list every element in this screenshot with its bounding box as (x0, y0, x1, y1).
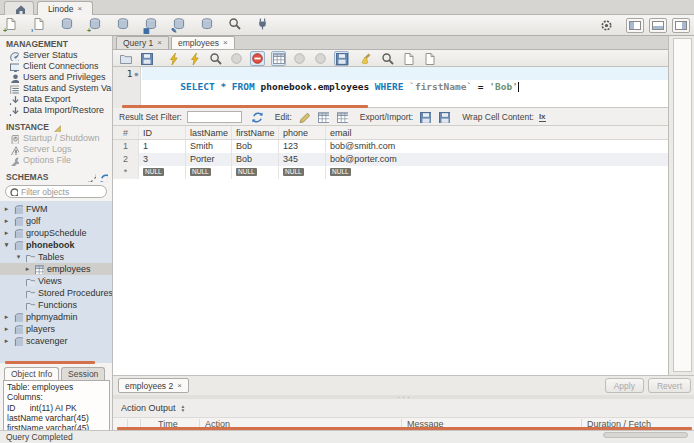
tab-object-info[interactable]: Object Info (4, 367, 59, 380)
sidebar-item-data-export[interactable]: Data Export (0, 94, 112, 105)
sidebar-item-client-connections[interactable]: Client Connections (0, 61, 112, 72)
stop-icon[interactable] (229, 51, 244, 66)
schema-item-golf[interactable]: ▸ golf (0, 215, 112, 227)
schema-item-scavenger[interactable]: ▸ scavenger (0, 335, 112, 347)
new-query-tab-icon[interactable]: + (4, 17, 21, 33)
save-icon[interactable] (139, 51, 154, 66)
schemas-refresh-icon[interactable] (99, 173, 108, 182)
schemas-expand-icon[interactable] (87, 173, 96, 182)
search-objects-icon[interactable] (228, 17, 245, 33)
tab-query-1[interactable]: Query 1 × (116, 36, 169, 49)
schema-filter-box[interactable] (5, 185, 107, 198)
cell-firstname[interactable]: Bob (232, 140, 279, 153)
cell-phone[interactable]: 123 (279, 140, 326, 153)
schema-item-phonebook[interactable]: ▾ phonebook (0, 239, 112, 251)
import-icon[interactable] (437, 110, 451, 123)
sidebar-item-server-status[interactable]: Server Status (0, 50, 112, 61)
sidebar-item-server-logs[interactable]: Server Logs (0, 144, 112, 155)
cell-email[interactable]: bob@porter.com (326, 153, 668, 166)
schema-item-fwm[interactable]: ▸ FWM (0, 203, 112, 215)
toggle-left-sidebar-button[interactable] (626, 18, 644, 33)
column-header-phone[interactable]: phone (279, 126, 326, 139)
cell-lastname[interactable]: Porter (186, 153, 232, 166)
cell-lastname[interactable]: Smith (186, 140, 232, 153)
cell-phone[interactable]: 345 (279, 153, 326, 166)
rollback-icon[interactable] (313, 51, 328, 66)
open-connection-icon[interactable] (60, 17, 77, 33)
refresh-icon[interactable] (250, 110, 264, 123)
tree-item-views[interactable]: Views (0, 275, 112, 287)
schema-item-players[interactable]: ▸ players (0, 323, 112, 335)
toggle-stop-on-error-icon[interactable] (250, 51, 265, 66)
invisible-chars-icon[interactable] (401, 51, 416, 66)
table-row[interactable]: 2 3 Porter Bob 345 bob@porter.com (113, 153, 668, 166)
tree-item-functions[interactable]: Functions (0, 299, 112, 311)
export-icon[interactable] (418, 110, 432, 123)
toggle-right-sidebar-button[interactable] (672, 18, 690, 33)
toggle-output-panel-button[interactable] (649, 18, 667, 33)
action-output-selector[interactable]: Action Output (121, 403, 176, 413)
close-icon[interactable]: × (77, 5, 82, 13)
chevron-down-icon[interactable]: ▾ (15, 251, 22, 263)
edit-cell-icon[interactable] (297, 110, 311, 123)
insert-row-icon[interactable] (316, 110, 330, 123)
tree-item-stored-procedures[interactable]: Stored Procedures (0, 287, 112, 299)
sidebar-item-startup-shutdown[interactable]: Startup / Shutdown (0, 133, 112, 144)
column-header-lastname[interactable]: lastName (186, 126, 232, 139)
connection-tab[interactable]: Linode × (37, 1, 93, 15)
chevron-right-icon[interactable]: ▸ (3, 311, 10, 323)
execute-current-icon[interactable] (187, 51, 202, 66)
cell-id[interactable]: 1 (139, 140, 186, 153)
sql-editor[interactable]: 1 ● SELECT * FROM phonebook.employees WH… (113, 67, 668, 108)
execute-icon[interactable] (166, 51, 181, 66)
horizontal-scrollbar[interactable] (603, 432, 688, 438)
open-sql-script-icon[interactable]: › (32, 17, 49, 33)
preferences-icon[interactable] (598, 17, 614, 33)
table-row[interactable]: 1 1 Smith Bob 123 bob@smith.com (113, 140, 668, 153)
column-header-firstname[interactable]: firstName (232, 126, 279, 139)
home-tab[interactable] (4, 1, 34, 15)
chevron-down-icon[interactable]: ▾ (3, 239, 10, 251)
close-icon[interactable]: × (157, 39, 162, 47)
tab-employees[interactable]: employees × (171, 36, 235, 49)
close-icon[interactable]: × (223, 39, 228, 47)
close-icon[interactable]: × (177, 382, 182, 390)
new-schema-icon[interactable] (116, 17, 133, 33)
chevron-right-icon[interactable]: ▸ (3, 215, 10, 227)
new-view-icon[interactable]: ✎ (172, 17, 189, 33)
schema-item-phpmyadmin[interactable]: ▸ phpmyadmin (0, 311, 112, 323)
sidebar-item-system-variables[interactable]: Status and System Variables (0, 83, 112, 94)
schema-filter-input[interactable] (21, 187, 101, 197)
chevron-right-icon[interactable]: ▸ (3, 203, 10, 215)
open-file-icon[interactable] (118, 51, 133, 66)
sidebar-item-options-file[interactable]: Options File (0, 155, 112, 166)
wrap-cell-icon[interactable]: Ix (539, 112, 546, 122)
revert-button[interactable]: Revert (648, 378, 691, 393)
schema-item-groupschedule[interactable]: ▸ groupSchedule (0, 227, 112, 239)
delete-row-icon[interactable] (335, 110, 349, 123)
sidebar-item-data-import[interactable]: Data Import/Restore (0, 105, 112, 116)
explain-icon[interactable] (208, 51, 223, 66)
tree-item-tables[interactable]: ▾ Tables (0, 251, 112, 263)
new-table-icon[interactable]: ▦ (144, 17, 161, 33)
migration-icon[interactable] (256, 17, 273, 33)
apply-button[interactable]: Apply (605, 378, 644, 393)
selector-spinner[interactable]: ▴ ▾ (182, 404, 185, 413)
result-set-filter-input[interactable] (187, 111, 242, 123)
autocommit-icon[interactable] (334, 51, 349, 66)
cell-email[interactable]: bob@smith.com (326, 140, 668, 153)
server-admin-icon[interactable] (200, 17, 217, 33)
new-connection-icon[interactable]: + (88, 17, 105, 33)
cell-id[interactable]: 3 (139, 153, 186, 166)
chevron-right-icon[interactable]: ▸ (3, 323, 10, 335)
tree-item-employees[interactable]: ▸ employees (0, 263, 112, 275)
instance-edit-icon[interactable] (52, 123, 61, 132)
limit-rows-icon[interactable] (271, 51, 286, 66)
find-icon[interactable] (380, 51, 395, 66)
wrap-text-icon[interactable] (422, 51, 437, 66)
sql-code-line[interactable]: SELECT * FROM phonebook.employees WHERE … (142, 67, 668, 80)
beautify-icon[interactable] (359, 51, 374, 66)
chevron-right-icon[interactable]: ▸ (3, 227, 10, 239)
commit-icon[interactable] (292, 51, 307, 66)
tab-session[interactable]: Session (61, 367, 105, 380)
